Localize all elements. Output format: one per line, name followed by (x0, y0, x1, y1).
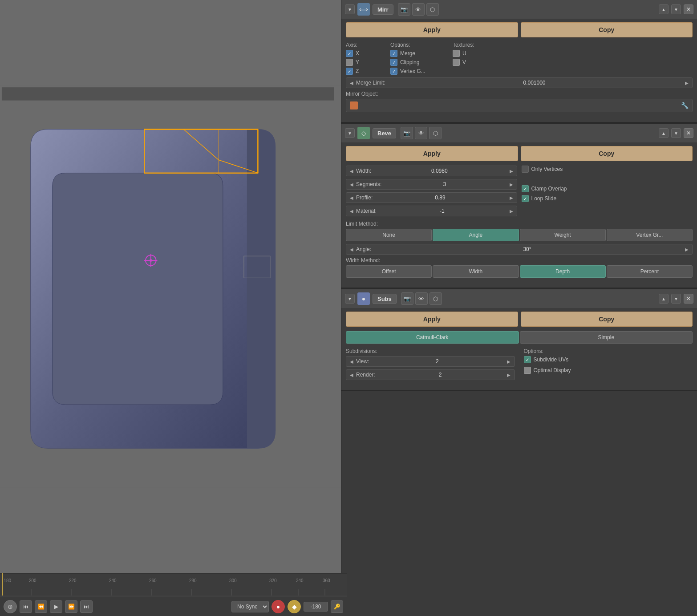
current-frame-input[interactable] (304, 602, 328, 612)
mirror-merge-limit-field[interactable]: ◀ Merge Limit: 0.001000 ▶ (346, 77, 693, 88)
keyframe-btn[interactable]: ◆ (288, 600, 301, 613)
bevel-collapse-btn[interactable]: ▼ (345, 128, 355, 138)
subsurf-apply-btn[interactable]: Apply (346, 312, 518, 327)
bevel-angle-arrow-left[interactable]: ◀ (350, 247, 353, 252)
bevel-move-up[interactable]: ▲ (659, 128, 669, 138)
mirror-axis-x-checkbox[interactable]: ✓ (346, 50, 353, 57)
key-btn[interactable]: 🔑 (331, 600, 343, 613)
mirror-axis-y-label: Y (356, 59, 359, 65)
viewport[interactable] (0, 0, 341, 573)
subsurf-render-icon[interactable]: 📷 (401, 292, 413, 305)
subsurf-name-btn[interactable]: Subs (373, 294, 397, 304)
bevel-width-arrow-right[interactable]: ▶ (510, 169, 513, 174)
subsurf-edit-icon[interactable]: ⬡ (430, 292, 442, 305)
bevel-segments-field[interactable]: ◀ Segments: 3 ▶ (346, 179, 517, 190)
mirror-axis-x-row: ✓ X (346, 50, 390, 57)
subsurf-move-down[interactable]: ▼ (671, 294, 681, 304)
subsurf-optimal-display-checkbox[interactable] (524, 367, 531, 374)
bevel-angle-field[interactable]: ◀ Angle: 30° ▶ (346, 244, 693, 255)
subsurf-subdivide-uvs-checkbox[interactable]: ✓ (524, 356, 531, 363)
subsurf-move-up[interactable]: ▲ (659, 294, 669, 304)
timeline-area[interactable]: -180 200 220 240 260 280 300 320 340 360 (0, 573, 347, 597)
mirror-tex-u-checkbox[interactable] (453, 50, 460, 57)
play-back-btn[interactable]: ▶ (50, 600, 62, 613)
right-panel: ▼ ⟺ Mirr 📷 👁 ⬡ ▲ ▼ ✕ Apply Copy (341, 0, 697, 573)
bevel-material-arrow-left[interactable]: ◀ (350, 209, 353, 214)
bevel-apply-btn[interactable]: Apply (346, 146, 518, 161)
mirror-axis-y-checkbox[interactable] (346, 59, 353, 66)
limit-angle-btn[interactable]: Angle (433, 229, 519, 241)
merge-limit-arrow-right[interactable]: ▶ (685, 81, 689, 85)
bevel-width-field[interactable]: ◀ Width: 0.0980 ▶ (346, 166, 517, 176)
wm-percent-btn[interactable]: Percent (607, 265, 693, 278)
bevel-width-arrow-left[interactable]: ◀ (350, 169, 353, 174)
bevel-close-btn[interactable]: ✕ (684, 128, 693, 138)
mirror-copy-btn[interactable]: Copy (521, 22, 693, 37)
bevel-copy-btn[interactable]: Copy (521, 146, 693, 161)
bevel-segments-arrow-left[interactable]: ◀ (350, 182, 353, 187)
mirror-object-row[interactable]: 🔧 (346, 99, 693, 112)
mirror-move-up[interactable]: ▲ (659, 4, 669, 14)
mirror-move-down[interactable]: ▼ (671, 4, 681, 14)
limit-weight-btn[interactable]: Weight (520, 229, 606, 241)
bevel-clamp-overlap-checkbox[interactable]: ✓ (522, 185, 529, 192)
bevel-segments-arrow-right[interactable]: ▶ (510, 182, 513, 187)
bevel-only-vertices-checkbox[interactable] (522, 166, 529, 173)
mirror-eye-icon[interactable]: 👁 (412, 3, 425, 16)
merge-limit-arrow-left[interactable]: ◀ (350, 81, 353, 85)
mirror-name-btn[interactable]: Mirr (373, 4, 393, 15)
subsurf-close-btn[interactable]: ✕ (684, 294, 693, 304)
skip-end-btn[interactable]: ⏭ (80, 600, 93, 613)
bevel-profile-arrow-left[interactable]: ◀ (350, 195, 353, 200)
bevel-material-arrow-right[interactable]: ▶ (510, 209, 513, 214)
skip-start-btn[interactable]: ⏮ (20, 600, 32, 613)
bevel-profile-arrow-right[interactable]: ▶ (510, 195, 513, 200)
mirror-vertexg-checkbox[interactable]: ✓ (390, 68, 397, 75)
expand-btn[interactable]: ⊕ (4, 600, 17, 613)
mirror-clipping-checkbox[interactable]: ✓ (390, 59, 397, 66)
limit-none-btn[interactable]: None (346, 229, 432, 241)
subsurf-collapse-btn[interactable]: ▼ (345, 294, 355, 304)
subsurf-simple-btn[interactable]: Simple (520, 331, 693, 344)
subsurf-render-arrow-left[interactable]: ◀ (350, 373, 353, 377)
mirror-axis-z-checkbox[interactable]: ✓ (346, 68, 353, 75)
subsurf-copy-btn[interactable]: Copy (521, 312, 693, 327)
bevel-eye-icon[interactable]: 👁 (415, 127, 427, 139)
subsurf-view-field[interactable]: ◀ View: 2 ▶ (346, 356, 515, 367)
mirror-merge-checkbox[interactable]: ✓ (390, 50, 397, 57)
subsurf-render-arrow-right[interactable]: ▶ (507, 373, 511, 377)
mirror-close-btn[interactable]: ✕ (684, 4, 693, 14)
subsurf-catmull-btn[interactable]: Catmull-Clark (346, 331, 519, 344)
mirror-collapse-btn[interactable]: ▼ (345, 4, 355, 14)
bevel-move-down[interactable]: ▼ (671, 128, 681, 138)
subsurf-eye-icon[interactable]: 👁 (415, 292, 428, 305)
bevel-loop-slide-checkbox[interactable]: ✓ (522, 195, 529, 202)
sync-mode-select[interactable]: No Sync (231, 601, 269, 612)
mirror-apply-btn[interactable]: Apply (346, 22, 518, 37)
wm-offset-btn[interactable]: Offset (346, 265, 432, 278)
subsurf-view-arrow-right[interactable]: ▶ (507, 359, 511, 364)
play-forward-btn[interactable]: ⏩ (65, 600, 77, 613)
mirror-eyedropper-btn[interactable]: 🔧 (681, 102, 689, 109)
mirror-textures-col: Textures: U V (453, 42, 693, 75)
subsurf-view-arrow-left[interactable]: ◀ (350, 359, 353, 364)
prev-frame-btn[interactable]: ⏪ (35, 600, 47, 613)
mirror-edit-icon[interactable]: ⬡ (426, 3, 439, 16)
svg-text:360: 360 (323, 578, 330, 583)
limit-vertexgr-btn[interactable]: Vertex Gr... (607, 229, 693, 241)
subsurf-render-field[interactable]: ◀ Render: 2 ▶ (346, 369, 515, 380)
bevel-render-icon[interactable]: 📷 (401, 127, 413, 139)
wm-width-btn[interactable]: Width (433, 265, 519, 278)
bevel-profile-field[interactable]: ◀ Profile: 0.89 ▶ (346, 192, 517, 203)
bevel-material-field[interactable]: ◀ Material: -1 ▶ (346, 206, 517, 216)
bevel-angle-arrow-right[interactable]: ▶ (685, 247, 689, 252)
mirror-render-icon[interactable]: 📷 (398, 3, 410, 16)
bevel-segments-label: Segments: (356, 181, 381, 187)
mirror-tex-v-checkbox[interactable] (453, 59, 460, 66)
wm-depth-btn[interactable]: Depth (520, 265, 606, 278)
record-btn[interactable]: ● (272, 600, 285, 613)
merge-limit-label: Merge Limit: (356, 80, 385, 86)
bevel-name-btn[interactable]: Beve (373, 128, 396, 138)
bevel-edit-icon[interactable]: ⬡ (429, 127, 442, 139)
svg-text:260: 260 (149, 578, 157, 583)
